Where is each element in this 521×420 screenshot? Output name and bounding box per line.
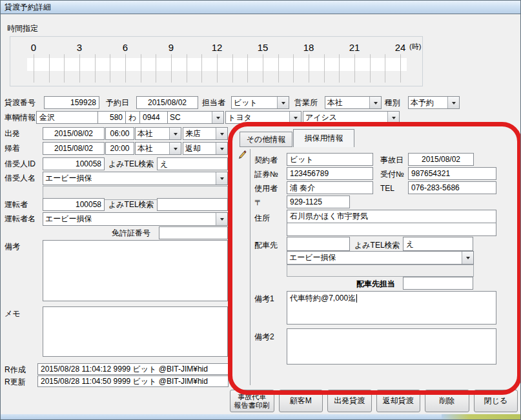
vehicle-class-field[interactable]: 580: [97, 111, 126, 124]
borrower-search-field[interactable]: え: [157, 157, 228, 170]
chevron-down-icon[interactable]: [447, 97, 459, 108]
remark2-label: 備考2: [254, 332, 274, 341]
memo-label: メモ: [5, 309, 21, 318]
chevron-down-icon[interactable]: [169, 128, 181, 139]
dispatch-sub-box: [287, 265, 474, 277]
timeline-hour-tick: [156, 54, 156, 83]
user-field[interactable]: 浦 奏介: [287, 181, 373, 194]
dispatch-name-combo[interactable]: エービー損保: [287, 251, 474, 265]
record-updated-field: 2015/08/28 11:04:50 9999 ビット @BIT-JIM¥hi…: [37, 375, 229, 387]
chevron-down-icon[interactable]: [277, 97, 289, 108]
license-no-field[interactable]: [159, 226, 228, 239]
borrower-id-field[interactable]: 100058: [43, 157, 105, 170]
accident-date-label: 事故日: [380, 155, 404, 165]
chevron-down-icon[interactable]: [216, 172, 227, 185]
panel-divider: [250, 149, 250, 385]
chevron-down-icon[interactable]: [369, 97, 381, 108]
dispatch-search-field[interactable]: え: [403, 237, 473, 251]
type-combo[interactable]: 本予約: [408, 96, 460, 109]
rental-no-label: 貸渡番号: [5, 98, 36, 107]
timeline-hour-tick: [34, 54, 34, 83]
vehicle-code-combo[interactable]: SC: [167, 111, 224, 124]
tel-field[interactable]: 076-283-5686: [408, 181, 496, 194]
timeline-hour-tick: [247, 54, 248, 83]
reception-no-field[interactable]: 987654321: [408, 167, 496, 180]
address-label: 住所: [254, 214, 270, 223]
borrower-search-label: よみTEL検索: [108, 159, 154, 168]
chevron-down-icon[interactable]: [212, 112, 223, 123]
close-button[interactable]: 閉じる: [474, 390, 518, 412]
chevron-down-icon[interactable]: [289, 112, 301, 123]
tab-insurance-info[interactable]: 損保用情報: [293, 129, 354, 147]
timeline-hour-tick: [385, 54, 385, 83]
timeline-hour-tick: [125, 54, 126, 83]
borrower-id-label: 借受人ID: [5, 159, 36, 168]
timeline-hour-label: 3: [77, 42, 82, 53]
record-created-label: R作成: [5, 365, 26, 374]
memo-textarea[interactable]: [43, 306, 228, 357]
chevron-down-icon[interactable]: [216, 128, 227, 139]
driver-search-label: よみTEL検索: [108, 200, 154, 209]
window-bottom-edge: [1, 414, 520, 419]
contractor-field[interactable]: ビット: [287, 153, 373, 166]
remark1-textarea[interactable]: 代車特約@7,000迄: [287, 291, 496, 325]
reception-no-label: 受付№: [380, 170, 404, 179]
tab-other-info[interactable]: その他情報: [240, 132, 292, 147]
chevron-down-icon[interactable]: [462, 252, 473, 264]
driver-name-combo[interactable]: エービー損保: [43, 212, 228, 226]
vehicle-maker-combo[interactable]: トヨタ: [225, 111, 301, 124]
rental-no-field[interactable]: 159928: [44, 96, 99, 109]
remarks-label: 備考: [5, 242, 20, 251]
dispatch-contact-field[interactable]: [403, 277, 473, 290]
vehicle-model-combo[interactable]: アイシス: [303, 111, 400, 124]
staff-label: 担当者: [202, 98, 225, 107]
chevron-down-icon[interactable]: [216, 143, 227, 154]
departure-rental-button[interactable]: 出発貸渡: [327, 390, 372, 412]
timeline-hour-tick: [309, 54, 309, 83]
policy-no-field[interactable]: 123456789: [287, 167, 373, 180]
return-office-combo[interactable]: 本社: [135, 142, 181, 155]
chevron-down-icon[interactable]: [216, 213, 227, 225]
departure-date-field[interactable]: 2015/08/02: [43, 127, 105, 140]
timeline-hour-tick: [141, 54, 141, 83]
dispatch-id-field[interactable]: [287, 237, 350, 251]
timeline-hour-tick: [110, 54, 110, 83]
timeline-hour-tick: [49, 54, 50, 83]
accident-report-print-button[interactable]: 事故代車 報告書印刷: [230, 390, 274, 412]
accident-date-field[interactable]: 2015/08/02: [408, 153, 474, 166]
office-combo[interactable]: 本社: [325, 96, 382, 109]
timeline-track[interactable]: (時) 03691215182124: [10, 37, 422, 86]
driver-search-field[interactable]: [157, 198, 228, 211]
staff-combo[interactable]: ビット: [231, 96, 289, 109]
postal-code-label: 〒: [254, 198, 262, 207]
postal-code-field[interactable]: 929-1125: [287, 195, 350, 208]
customer-master-button[interactable]: 顧客M: [279, 390, 323, 412]
return-date-field[interactable]: 2015/08/02: [43, 142, 105, 155]
return-rental-button[interactable]: 返却貸渡: [376, 390, 421, 412]
timeline-hour-label: 9: [169, 42, 174, 53]
chevron-down-icon[interactable]: [169, 143, 181, 154]
chevron-down-icon[interactable]: [387, 112, 399, 123]
timeline-hour-label: 18: [303, 42, 314, 53]
timeline-hour-tick: [95, 54, 96, 83]
driver-id-field[interactable]: 100058: [43, 198, 105, 211]
return-time-field[interactable]: 20:00: [105, 142, 134, 155]
vehicle-kana-field[interactable]: わ: [125, 111, 140, 124]
delete-button[interactable]: 削除: [425, 390, 469, 412]
timeline-hour-label: 15: [258, 42, 269, 53]
timeline-hour-tick: [232, 54, 233, 83]
departure-office-combo[interactable]: 本社: [135, 127, 181, 140]
remarks-textarea[interactable]: [43, 240, 228, 301]
borrower-name-combo[interactable]: エービー損保: [43, 172, 228, 185]
address-field-2[interactable]: [287, 223, 496, 236]
vehicle-area-field[interactable]: 金沢: [36, 111, 98, 124]
timeline-hour-label: 12: [212, 42, 223, 53]
vehicle-number-field[interactable]: 0944: [139, 111, 168, 124]
timeline-hour-label: 24: [395, 42, 406, 53]
reserve-date-field[interactable]: 2015/08/02: [136, 96, 198, 109]
remark2-textarea[interactable]: [287, 328, 496, 365]
departure-time-field[interactable]: 06:00: [105, 127, 134, 140]
address-field[interactable]: 石川県かほく市宇野気: [287, 210, 496, 223]
return-method-combo[interactable]: 返却: [183, 142, 228, 155]
departure-method-combo[interactable]: 来店: [183, 127, 228, 140]
